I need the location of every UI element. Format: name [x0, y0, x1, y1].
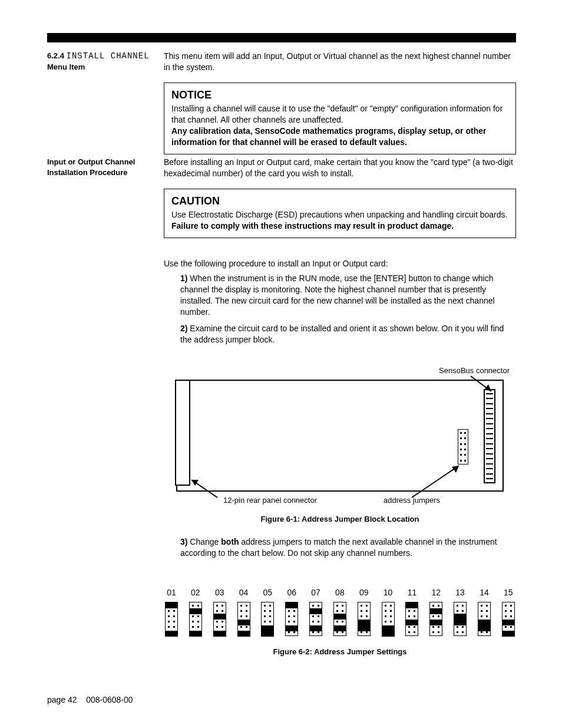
notice-title: NOTICE	[171, 88, 508, 102]
procedure-heading: Input or Output Channel Installation Pro…	[47, 157, 153, 177]
jumper-channel-number: 01	[167, 587, 176, 598]
jumper-channel-number: 06	[287, 587, 296, 598]
jumper-block	[502, 602, 515, 636]
pre-caution-paragraph: Before installing an Input or Output car…	[164, 157, 516, 183]
jumper-column: 06	[285, 587, 298, 636]
step-3-number: 3)	[180, 537, 187, 546]
step-2-text: Examine the circuit card to be installed…	[180, 324, 504, 344]
intro-paragraph: This menu item will add an Input, Output…	[164, 51, 516, 77]
svg-marker-5	[191, 480, 199, 486]
notice-text-bold: Any calibration data, SensoCode mathemat…	[171, 126, 508, 148]
jumper-column: 04	[237, 587, 250, 636]
jumper-column: 11	[405, 587, 418, 636]
procedure-heading-line2: Installation Procedure	[47, 168, 128, 177]
caution-title: CAUTION	[171, 194, 508, 208]
jumper-channel-number: 10	[384, 587, 393, 598]
step-1-text: When the instrument is in the RUN mode, …	[180, 274, 495, 317]
procedure-intro: Use the following procedure to install a…	[164, 258, 516, 269]
jumper-channel-number: 02	[191, 587, 200, 598]
jumper-column: 02	[189, 587, 202, 636]
notice-box: NOTICE Installing a channel will cause i…	[164, 83, 516, 154]
caution-text-1: Use Electrostatic Discharge (ESD) precau…	[171, 209, 508, 220]
jumper-channel-number: 08	[335, 587, 345, 598]
jumper-column: 07	[309, 587, 322, 636]
jumper-column: 01	[165, 587, 178, 636]
figure-6-2-caption: Figure 6-2: Address Jumper Settings	[164, 647, 516, 657]
jumper-column: 10	[382, 587, 395, 636]
section-heading: 6.2.4 INSTALL CHANNEL Menu Item	[47, 51, 153, 72]
jumper-channel-number: 09	[359, 587, 369, 598]
figure-6-2-jumper-row: 010203040506070809101112131415	[164, 587, 516, 636]
jumper-column: 05	[261, 587, 274, 636]
step-3-text-a: Change	[190, 537, 221, 546]
jumper-block	[382, 602, 395, 636]
jumper-block	[237, 602, 250, 636]
step-3-bold: both	[221, 537, 239, 546]
svg-line-2	[412, 466, 459, 498]
jumper-block	[478, 602, 491, 636]
jumper-block	[309, 602, 322, 636]
section-menu-name: INSTALL CHANNEL	[67, 51, 150, 61]
page-number: page 42	[47, 695, 77, 704]
jumper-channel-number: 05	[263, 587, 273, 598]
label-rear-connector: 12-pin rear panel connector	[223, 495, 317, 506]
jumper-block	[261, 602, 274, 636]
jumper-block	[165, 602, 178, 636]
step-2-number: 2)	[180, 324, 187, 333]
jumper-block	[333, 602, 346, 636]
jumper-column: 08	[333, 587, 346, 636]
caution-box: CAUTION Use Electrostatic Discharge (ESD…	[164, 189, 516, 238]
page-footer: page 42 008-0608-00	[47, 694, 133, 706]
step-2: 2) Examine the circuit card to be instal…	[180, 323, 516, 345]
jumper-channel-number: 03	[215, 587, 224, 598]
jumper-column: 09	[358, 587, 371, 636]
jumper-channel-number: 11	[408, 587, 417, 598]
label-address-jumpers: address jumpers	[384, 495, 440, 506]
jumper-channel-number: 07	[311, 587, 320, 598]
jumper-channel-number: 13	[455, 587, 465, 598]
jumper-channel-number: 04	[239, 587, 249, 598]
jumper-column: 13	[454, 587, 467, 636]
section-subtitle: Menu Item	[47, 62, 85, 71]
jumper-column: 03	[213, 587, 226, 636]
figure-6-1: SensoBus connector 12-pin re	[176, 365, 504, 501]
jumper-block	[454, 602, 467, 636]
svg-marker-1	[485, 384, 491, 391]
step-3: 3) Change both address jumpers to match …	[180, 536, 516, 559]
document-number: 008-0608-00	[86, 695, 133, 704]
notice-text-1: Installing a channel will cause it to us…	[171, 103, 508, 126]
header-black-bar	[47, 33, 516, 42]
step-1-number: 1)	[180, 274, 187, 283]
jumper-block	[213, 602, 226, 636]
jumper-column: 12	[429, 587, 442, 636]
step-1: 1) When the instrument is in the RUN mod…	[180, 273, 516, 318]
jumper-block	[358, 602, 371, 636]
jumper-block	[429, 602, 442, 636]
jumper-block	[285, 602, 298, 636]
jumper-channel-number: 15	[504, 587, 513, 598]
jumper-column: 15	[502, 587, 515, 636]
jumper-block	[405, 602, 418, 636]
jumper-column: 14	[478, 587, 491, 636]
figure-6-1-caption: Figure 6-1: Address Jumper Block Locatio…	[164, 514, 516, 525]
caution-text-bold: Failure to comply with these instruction…	[171, 220, 508, 232]
section-number: 6.2.4	[47, 51, 64, 60]
jumper-block	[189, 602, 202, 636]
jumper-channel-number: 14	[480, 587, 489, 598]
procedure-heading-line1: Input or Output Channel	[47, 157, 135, 166]
jumper-channel-number: 12	[431, 587, 441, 598]
figure-arrows	[176, 365, 504, 501]
